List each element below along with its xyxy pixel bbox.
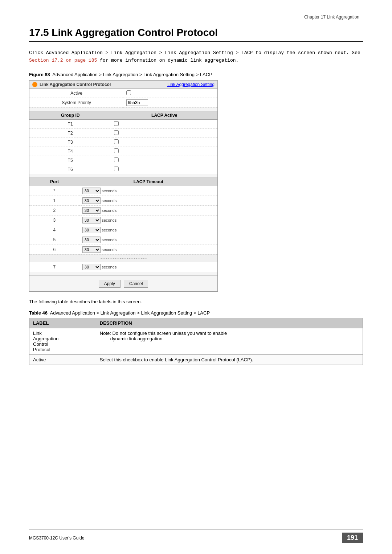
group-row-t4: T4 [29,147,217,156]
port-3-label: 3 [29,215,79,225]
table-caption: Table 46 Advanced Application > Link Agg… [29,310,363,316]
group-t1-checkbox[interactable] [114,121,119,126]
table-header-row: LABEL DESCRIPTION [29,318,363,328]
group-t2-checkbox[interactable] [114,130,119,135]
port-row-star: * 3090 seconds [29,186,217,196]
port-3-timeout-cell: 3090 seconds [79,215,217,225]
system-priority-label: System Priority [29,98,123,107]
panel-icon [32,82,37,87]
port-7-label: 7 [29,262,79,272]
description-table: LABEL DESCRIPTION LinkAggregationControl… [29,318,363,365]
group-t6-checkbox-cell [111,165,217,174]
port-2-label: 2 [29,205,79,215]
port-7-timeout-select[interactable]: 3090 [82,264,101,270]
group-t2-checkbox-cell [111,128,217,138]
top-section-table: Active System Priority [29,89,217,111]
port-4-timeout-select[interactable]: 3090 [82,227,101,233]
active-checkbox[interactable] [126,90,131,95]
group-row-t3: T3 [29,138,217,147]
group-t3-checkbox-cell [111,138,217,147]
seconds-label-7: seconds [102,265,117,269]
port-5-label: 5 [29,235,79,245]
system-priority-row: System Priority [29,98,217,107]
button-row: Apply Cancel [29,276,217,291]
lacp-panel: Link Aggregation Control Protocol Link A… [29,80,218,292]
scroll-indicator-row: ~~~~~~~~~~~~~~~~~~~~ [29,254,217,262]
row-1-description: Note: Do not configure this screen unles… [96,328,363,354]
group-t6-checkbox[interactable] [114,167,119,171]
apply-button[interactable]: Apply [99,280,121,288]
description-column-header: DESCRIPTION [96,318,363,328]
page-number: 191 [342,533,363,543]
group-t4-label: T4 [29,147,111,156]
group-header-row: Group ID LACP Active [29,111,217,120]
port-4-label: 4 [29,225,79,235]
seconds-label-star: seconds [102,189,117,193]
seconds-label-4: seconds [102,228,117,232]
seconds-label-6: seconds [102,247,117,252]
group-t5-checkbox[interactable] [114,157,119,162]
row-1-label: LinkAggregationControlProtocol [29,328,96,354]
port-5-timeout-select[interactable]: 3090 [82,237,101,243]
group-t1-label: T1 [29,119,111,128]
port-row-4: 4 3090 seconds [29,225,217,235]
scroll-wavy: ~~~~~~~~~~~~~~~~~~~~ [32,256,215,260]
port-header: Port [29,178,79,186]
table-row: LinkAggregationControlProtocol Note: Do … [29,328,363,354]
active-checkbox-cell [123,89,217,98]
group-row-t6: T6 [29,165,217,174]
port-7-timeout-cell: 3090 seconds [79,262,217,272]
port-6-timeout-select[interactable]: 3090 [82,246,101,253]
port-2-timeout-select[interactable]: 3090 [82,207,101,214]
section-link[interactable]: Section 17.2 on page 185 [29,58,97,63]
port-1-timeout-select[interactable]: 3090 [82,197,101,204]
active-label: Active [29,89,123,98]
row-2-label: Active [29,354,96,365]
port-6-timeout-cell: 3090 seconds [79,245,217,254]
intro-text-before: Click Advanced Application > Link Aggreg… [29,50,360,56]
port-star-timeout-select[interactable]: 3090 [82,188,101,194]
active-row: Active [29,89,217,98]
group-t5-checkbox-cell [111,156,217,165]
port-3-timeout-select[interactable]: 3090 [82,217,101,223]
page-footer: MGS3700-12C User's Guide 191 [29,529,363,543]
port-row-7: 7 3090 seconds [29,262,217,272]
port-star-label: * [29,186,79,196]
cancel-button[interactable]: Cancel [124,280,148,288]
seconds-label-5: seconds [102,238,117,242]
group-t6-label: T6 [29,165,111,174]
group-t3-label: T3 [29,138,111,147]
port-5-timeout-cell: 3090 seconds [79,235,217,245]
group-row-t5: T5 [29,156,217,165]
seconds-label-3: seconds [102,218,117,222]
port-row-6: 6 3090 seconds [29,245,217,254]
figure-caption: Figure 88 Advanced Application > Link Ag… [29,72,363,77]
table-row: Active Select this checkbox to enable Li… [29,354,363,365]
group-t2-label: T2 [29,128,111,138]
spacer-3 [29,272,217,275]
system-priority-value-cell [123,98,217,107]
port-header-row: Port LACP Timeout [29,178,217,186]
intro-text-after: for more information on dynamic link agg… [97,58,238,63]
panel-title: Link Aggregation Control Protocol [32,82,111,87]
seconds-label-1: seconds [102,198,117,203]
intro-paragraph: Click Advanced Application > Link Aggreg… [29,49,363,65]
port-row-2: 2 3090 seconds [29,205,217,215]
group-t3-checkbox[interactable] [114,139,119,144]
chapter-header: Chapter 17 Link Aggregation [29,15,363,20]
group-row-t2: T2 [29,128,217,138]
label-column-header: LABEL [29,318,96,328]
panel-header: Link Aggregation Control Protocol Link A… [29,81,217,89]
lacp-timeout-header: LACP Timeout [79,178,217,186]
page-title: 17.5 Link Aggregation Control Protocol [29,27,363,42]
group-t4-checkbox[interactable] [114,148,119,153]
lacp-active-header: LACP Active [111,111,217,120]
group-id-header: Group ID [29,111,111,120]
panel-nav-link[interactable]: Link Aggregation Setting [167,82,215,87]
port-section-table: Port LACP Timeout * 3090 seconds 1 3090 … [29,178,217,276]
row-2-description: Select this checkbox to enable Link Aggr… [96,354,363,365]
port-row-1: 1 3090 seconds [29,196,217,205]
group-t5-label: T5 [29,156,111,165]
following-text: The following table describes the labels… [29,299,363,304]
system-priority-input[interactable] [126,99,148,106]
